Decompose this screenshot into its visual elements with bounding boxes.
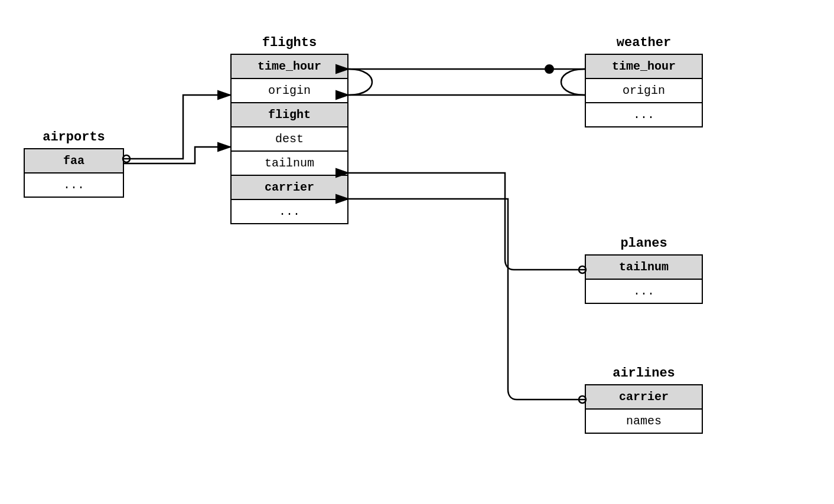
weather-composite-key-bracket	[561, 69, 585, 95]
weather-time_hour-many-dot	[545, 65, 553, 73]
planes-to-flights-tailnum-line	[348, 173, 585, 270]
airports-to-flights-dest-line	[124, 147, 230, 163]
airlines-to-flights-carrier-line	[348, 199, 585, 400]
airports-to-flights-origin-line	[124, 95, 230, 159]
flights-composite-key-bracket	[348, 69, 372, 95]
relationship-diagram	[0, 0, 834, 504]
